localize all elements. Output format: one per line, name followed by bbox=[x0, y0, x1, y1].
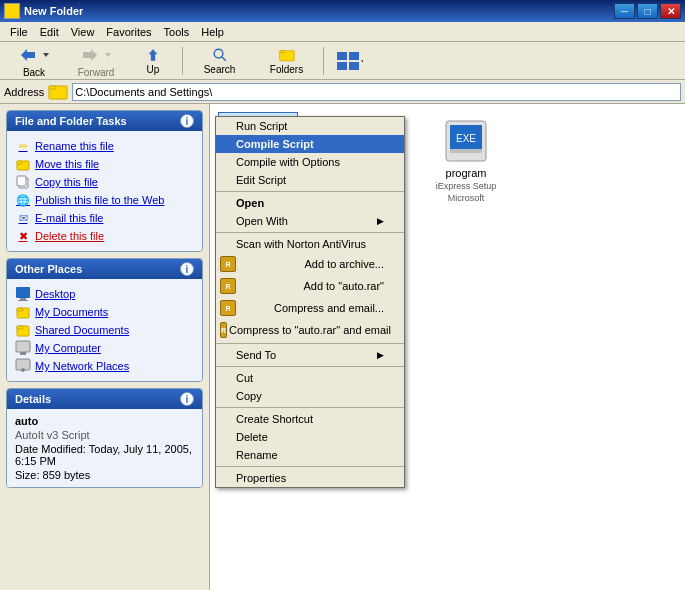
back-dropdown-icon bbox=[41, 47, 51, 63]
svg-rect-24 bbox=[17, 308, 23, 311]
svg-rect-11 bbox=[337, 62, 347, 70]
ctx-sep-1 bbox=[216, 191, 404, 192]
maximize-button[interactable]: □ bbox=[637, 3, 658, 19]
program-file-icon: EXE bbox=[442, 117, 490, 165]
mydocs-link[interactable]: My Documents bbox=[15, 303, 194, 321]
ctx-run-script[interactable]: Run Script bbox=[216, 117, 404, 135]
desktop-link[interactable]: Desktop bbox=[15, 285, 194, 303]
ctx-open-with[interactable]: Open With ▶ bbox=[216, 212, 404, 230]
ctx-copy[interactable]: Copy bbox=[216, 387, 404, 405]
svg-marker-3 bbox=[105, 53, 111, 57]
rename-link[interactable]: ✏ Rename this file bbox=[15, 137, 194, 155]
ctx-properties[interactable]: Properties bbox=[216, 469, 404, 487]
back-button[interactable]: Back bbox=[4, 44, 64, 78]
move-link[interactable]: Move this file bbox=[15, 155, 194, 173]
other-places-body: Desktop My Documents Shared Documents bbox=[7, 279, 202, 381]
email-link[interactable]: ✉ E-mail this file bbox=[15, 209, 194, 227]
file-item-program[interactable]: EXE program iExpress Setup Microsoft bbox=[426, 112, 506, 208]
main-area: File and Folder Tasks i ✏ Rename this fi… bbox=[0, 104, 685, 590]
ctx-send-to[interactable]: Send To ▶ bbox=[216, 346, 404, 364]
details-header: Details i bbox=[7, 389, 202, 409]
program-subtype: iExpress Setup bbox=[436, 181, 497, 191]
up-button[interactable]: Up bbox=[128, 44, 178, 78]
ctx-sep-5 bbox=[216, 407, 404, 408]
other-places-section: Other Places i Desktop My Documents bbox=[6, 258, 203, 382]
ctx-compress-email[interactable]: R Compress and email... bbox=[216, 297, 404, 319]
ctx-create-shortcut[interactable]: Create Shortcut bbox=[216, 410, 404, 428]
ctx-rar-icon-4: R bbox=[220, 322, 227, 338]
ctx-open[interactable]: Open bbox=[216, 194, 404, 212]
ctx-compile-options-label: Compile with Options bbox=[236, 156, 340, 168]
ctx-rar-icon-1: R bbox=[220, 256, 236, 272]
svg-rect-9 bbox=[337, 52, 347, 60]
ctx-compress-autorar-email[interactable]: R Compress to "auto.rar" and email bbox=[216, 319, 404, 341]
delete-icon: ✖ bbox=[15, 228, 31, 244]
menu-help[interactable]: Help bbox=[195, 23, 230, 41]
ctx-sep-3 bbox=[216, 343, 404, 344]
minimize-button[interactable]: ─ bbox=[614, 3, 635, 19]
svg-rect-28 bbox=[20, 352, 26, 355]
up-icon bbox=[142, 47, 164, 63]
ctx-compile-options[interactable]: Compile with Options bbox=[216, 153, 404, 171]
ctx-add-archive[interactable]: R Add to archive... bbox=[216, 253, 404, 275]
search-icon bbox=[209, 47, 231, 63]
publish-link[interactable]: 🌐 Publish this file to the Web bbox=[15, 191, 194, 209]
ctx-rar-icon-2: R bbox=[220, 278, 236, 294]
ctx-cut[interactable]: Cut bbox=[216, 369, 404, 387]
ctx-delete[interactable]: Delete bbox=[216, 428, 404, 446]
forward-button[interactable]: Forward bbox=[66, 44, 126, 78]
ctx-compress-email-label: Compress and email... bbox=[274, 302, 384, 314]
right-content: A3 auto EXE program iExpress Setup M bbox=[210, 104, 685, 590]
mycomp-link[interactable]: My Computer bbox=[15, 339, 194, 357]
menu-tools[interactable]: Tools bbox=[158, 23, 196, 41]
ctx-edit-script-label: Edit Script bbox=[236, 174, 286, 186]
menu-view[interactable]: View bbox=[65, 23, 101, 41]
address-input[interactable] bbox=[72, 83, 681, 101]
folders-button[interactable]: Folders bbox=[254, 44, 319, 78]
ctx-run-script-label: Run Script bbox=[236, 120, 287, 132]
copy-link[interactable]: Copy this file bbox=[15, 173, 194, 191]
ctx-create-shortcut-label: Create Shortcut bbox=[236, 413, 313, 425]
svg-marker-4 bbox=[149, 49, 158, 61]
other-places-header: Other Places i bbox=[7, 259, 202, 279]
details-info[interactable]: i bbox=[180, 392, 194, 406]
details-modified: Date Modified: Today, July 11, 2005, 6:1… bbox=[15, 443, 194, 467]
file-tasks-info[interactable]: i bbox=[180, 114, 194, 128]
svg-rect-26 bbox=[17, 326, 23, 329]
menu-edit[interactable]: Edit bbox=[34, 23, 65, 41]
other-places-info[interactable]: i bbox=[180, 262, 194, 276]
svg-rect-15 bbox=[49, 86, 56, 89]
ctx-sep-2 bbox=[216, 232, 404, 233]
menu-file[interactable]: File bbox=[4, 23, 34, 41]
ctx-compile-script[interactable]: Compile Script bbox=[216, 135, 404, 153]
ctx-rename[interactable]: Rename bbox=[216, 446, 404, 464]
ctx-open-label: Open bbox=[236, 197, 264, 209]
view-button[interactable] bbox=[328, 44, 370, 78]
svg-rect-22 bbox=[18, 300, 28, 301]
close-button[interactable]: ✕ bbox=[660, 3, 681, 19]
ctx-add-autorar[interactable]: R Add to "auto.rar" bbox=[216, 275, 404, 297]
network-link[interactable]: My Network Places bbox=[15, 357, 194, 375]
ctx-edit-script[interactable]: Edit Script bbox=[216, 171, 404, 189]
svg-point-30 bbox=[21, 368, 25, 372]
forward-label: Forward bbox=[78, 67, 115, 78]
details-title: Details bbox=[15, 393, 51, 405]
email-icon: ✉ bbox=[15, 210, 31, 226]
svg-rect-20 bbox=[16, 287, 30, 298]
menu-favorites[interactable]: Favorites bbox=[100, 23, 157, 41]
svg-rect-35 bbox=[450, 149, 482, 153]
move-icon bbox=[15, 156, 31, 172]
shared-link[interactable]: Shared Documents bbox=[15, 321, 194, 339]
forward-dropdown-icon bbox=[103, 47, 113, 63]
file-tasks-section: File and Folder Tasks i ✏ Rename this fi… bbox=[6, 110, 203, 252]
search-label: Search bbox=[204, 64, 236, 75]
address-bar: Address bbox=[0, 80, 685, 104]
ctx-norton[interactable]: Scan with Norton AntiVirus bbox=[216, 235, 404, 253]
program-company: Microsoft bbox=[448, 193, 485, 203]
window-title: New Folder bbox=[24, 5, 614, 17]
back-icon bbox=[17, 44, 39, 66]
svg-marker-2 bbox=[83, 49, 97, 61]
search-button[interactable]: Search bbox=[187, 44, 252, 78]
mycomp-icon bbox=[15, 340, 31, 356]
delete-link[interactable]: ✖ Delete this file bbox=[15, 227, 194, 245]
